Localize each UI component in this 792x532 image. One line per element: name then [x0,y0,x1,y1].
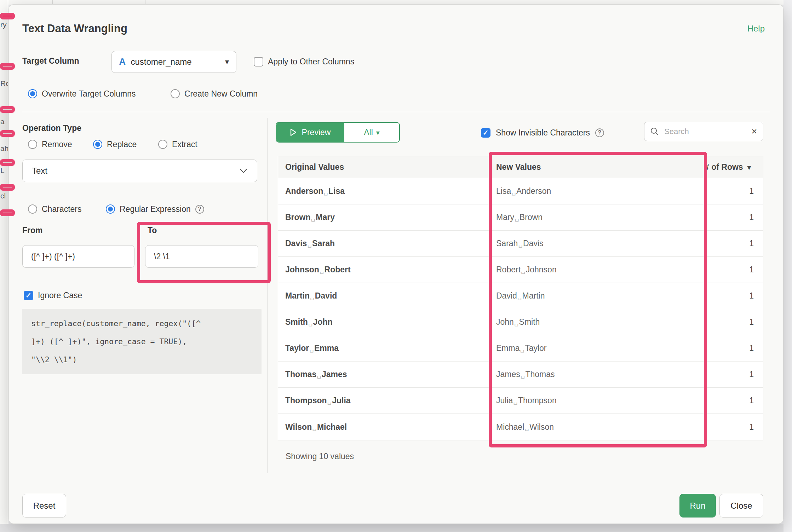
original-value-cell: Martin␣David [278,283,489,309]
table-row[interactable]: Johnson␣RobertRobert␣Johnson1 [278,257,763,283]
background-text-fragment: L [0,166,8,175]
table-row[interactable]: Davis␣SarahSarah␣Davis1 [278,231,763,257]
table-row[interactable]: Taylor␣EmmaEmma␣Taylor1 [278,335,763,362]
table-row[interactable]: Wilson␣MichaelMichael␣Wilson1 [278,414,763,440]
section-divider [22,112,770,112]
background-text-fragment: cl [0,192,8,200]
regex-help-icon[interactable] [195,205,204,214]
background-right-strip [784,0,792,532]
create-new-column-radio[interactable] [171,89,180,98]
new-value-cell: John␣Smith [489,309,701,335]
ignore-case-checkbox[interactable] [24,291,33,300]
apply-to-other-columns-label: Apply to Other Columns [268,57,354,66]
regular-expression-radio[interactable] [106,204,115,214]
row-count-cell: 1 [701,283,763,309]
show-invisible-characters-checkbox[interactable] [481,128,490,138]
column-type-text-icon: A [119,57,126,68]
original-value-cell: Davis␣Sarah [278,231,489,256]
characters-option[interactable]: Characters [28,204,81,214]
space-marker-icon: ␣ [520,344,524,353]
space-marker-icon: ␣ [511,187,516,196]
overwrite-target-columns-radio[interactable] [28,89,37,98]
create-new-column-option[interactable]: Create New Column [171,89,258,99]
new-value-cell: James␣Thomas [489,362,701,387]
extract-option[interactable]: Extract [158,139,197,149]
replace-option[interactable]: Replace [93,139,137,149]
row-count-cell: 1 [701,309,763,335]
replace-label: Replace [107,140,137,149]
new-value-cell: Sarah␣Davis [489,231,701,256]
replace-radio[interactable] [93,140,102,149]
to-label: To [148,226,157,235]
code-line: "\\2 \\1") [31,351,252,369]
space-marker-icon: ␣ [513,397,518,405]
space-marker-icon: ␣ [517,292,522,300]
show-invisible-characters-label: Show Invisible Characters [496,128,590,138]
apply-to-other-columns-option[interactable]: Apply to Other Columns [254,57,354,66]
from-input[interactable] [22,245,134,268]
overwrite-target-columns-option[interactable]: Overwrite Target Columns [28,89,136,99]
overwrite-target-columns-label: Overwrite Target Columns [42,89,136,99]
dialog-title: Text Data Wrangling [22,22,127,35]
show-invisible-characters-option[interactable]: Show Invisible Characters [481,128,604,138]
invisible-characters-help-icon[interactable] [595,128,604,137]
code-line: str_replace(customer_name, regex("([^ [31,314,252,332]
create-new-column-label: Create New Column [184,89,258,99]
search-box [644,122,763,141]
new-value-cell: Emma␣Taylor [489,335,701,361]
row-count-cell: 1 [701,204,763,230]
clear-search-icon[interactable] [751,127,757,136]
row-count-status: Showing 10 values [286,452,354,461]
space-marker-icon: ␣ [518,239,523,248]
preview-button[interactable]: Preview [276,123,344,142]
table-row[interactable]: Martin␣DavidDavid␣Martin1 [278,283,763,309]
close-button[interactable]: Close [719,494,763,517]
ignore-case-label: Ignore Case [38,291,82,300]
target-column-select[interactable]: A customer_name [111,51,236,73]
reset-button[interactable]: Reset [22,494,66,517]
regular-expression-option[interactable]: Regular Expression [106,204,204,214]
caret-down-icon [376,128,380,137]
space-marker-icon: ␣ [524,423,529,431]
table-row[interactable]: Brown␣MaryMary␣Brown1 [278,204,763,231]
original-value-cell: Anderson␣Lisa [278,178,489,204]
preview-table: Original Values New Values # of Rows And… [278,156,763,440]
original-value-cell: Thompson␣Julia [278,388,489,414]
search-input[interactable] [664,127,747,137]
help-link[interactable]: Help [747,24,765,34]
column-header-new-values[interactable]: New Values [489,156,701,178]
column-header-num-rows[interactable]: # of Rows [701,156,763,178]
apply-to-other-columns-checkbox[interactable] [254,57,263,66]
original-value-cell: Taylor␣Emma [278,335,489,361]
value-type-select[interactable]: Text [22,160,257,182]
table-row[interactable]: Smith␣JohnJohn␣Smith1 [278,309,763,335]
original-value-cell: Smith␣John [278,309,489,335]
new-value-cell: Robert␣Johnson [489,257,701,283]
table-row[interactable]: Thompson␣JuliaJulia␣Thompson1 [278,388,763,414]
new-value-cell: Julia␣Thompson [489,388,701,414]
characters-label: Characters [42,204,81,214]
value-type-value: Text [32,166,239,176]
space-marker-icon: ␣ [521,370,525,379]
remove-option[interactable]: Remove [28,139,72,149]
space-marker-icon: ␣ [320,266,324,274]
from-label: From [22,226,43,235]
space-marker-icon: ␣ [323,187,328,196]
table-row[interactable]: Anderson␣LisaLisa␣Anderson1 [278,178,763,204]
preview-button-label: Preview [302,128,331,137]
column-header-original-values[interactable]: Original Values [278,156,489,178]
background-text-fragment: ry [0,21,8,29]
row-count-cell: 1 [701,231,763,256]
table-row[interactable]: Thomas␣JamesJames␣Thomas1 [278,362,763,388]
space-marker-icon: ␣ [312,423,317,431]
run-button[interactable]: Run [679,494,716,517]
background-text-fragment: Rc [0,79,8,88]
new-value-cell: Mary␣Brown [489,204,701,230]
remove-radio[interactable] [28,140,37,149]
characters-radio[interactable] [28,204,37,214]
target-column-value: customer_name [131,57,220,67]
ignore-case-option[interactable]: Ignore Case [24,290,82,300]
preview-scope-button[interactable]: All [344,123,399,142]
extract-radio[interactable] [158,140,167,149]
to-input[interactable] [145,245,258,268]
